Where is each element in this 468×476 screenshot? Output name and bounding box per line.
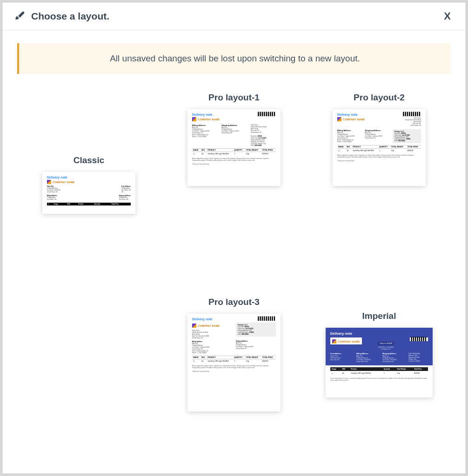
preview-doc-title: Delivery note xyxy=(47,176,131,179)
layout-option-pro2[interactable]: Pro layout-2 Delivery note COMPANY NAME … xyxy=(333,93,426,186)
layout-label: Pro layout-3 xyxy=(208,297,260,307)
preview-table: #ImageSKUProductQuantityTotal Price xyxy=(47,203,131,205)
layout-label: Imperial xyxy=(362,311,396,321)
layout-option-pro3[interactable]: Pro layout-3 Delivery note ▌▌▌▌▌▌▌▌▌ COM… xyxy=(187,297,281,411)
layout-label: Classic xyxy=(74,155,105,165)
barcode-icon: ▌▌▌▌▌▌▌▌▌ xyxy=(258,113,276,121)
preview-table: IMAGESKUPRODUCTQUANTITYTOTAL WEIGHTTOTAL… xyxy=(192,148,276,156)
company-logo-icon xyxy=(337,117,341,121)
layout-grid: Classic Delivery note COMPANY NAME Sales… xyxy=(2,93,466,455)
preview-table: IMAGESKUPRODUCTQUANTITYTOTAL WEIGHTTOTAL… xyxy=(337,145,421,152)
barcode-icon: ▌▌▌▌▌▌▌▌ xyxy=(410,337,428,341)
layout-thumbnail-imperial: Delivery note COMPANY NAME Order no: 102… xyxy=(326,328,433,397)
company-logo-icon xyxy=(192,117,196,121)
layout-option-pro1[interactable]: Pro layout-1 Delivery note COMPANY NAME … xyxy=(187,93,281,186)
company-name: COMPANY NAME xyxy=(53,181,75,184)
layout-label: Pro layout-2 xyxy=(354,93,405,103)
layout-thumbnail-classic: Delivery note COMPANY NAME Sales Rep20 M… xyxy=(42,172,135,214)
close-button[interactable]: X xyxy=(440,8,455,24)
preview-table: IMAGESKUPRODUCTQUANTITYTOTAL WEIGHTTOTAL… xyxy=(192,356,276,363)
layout-label: Pro layout-1 xyxy=(208,93,260,103)
barcode-icon: ▌▌▌▌▌▌▌▌▌ xyxy=(403,113,421,116)
layout-option-imperial[interactable]: Imperial Delivery note COMPANY NAME xyxy=(326,311,433,397)
modal-body: All unsaved changes will be lost upon sw… xyxy=(2,30,466,474)
company-logo-icon xyxy=(192,324,196,328)
layout-thumbnail-pro2: Delivery note COMPANY NAME ▌▌▌▌▌▌▌▌▌ Sal… xyxy=(333,109,426,186)
warning-banner: All unsaved changes will be lost upon sw… xyxy=(17,43,451,74)
brush-icon xyxy=(13,10,26,22)
modal-header: Choose a layout. X xyxy=(2,2,466,30)
layout-picker-modal: Choose a layout. X All unsaved changes w… xyxy=(2,2,466,474)
company-logo-icon xyxy=(332,339,336,344)
barcode-icon: ▌▌▌▌▌▌▌▌▌ xyxy=(258,317,276,321)
layout-thumbnail-pro1: Delivery note COMPANY NAME ▌▌▌▌▌▌▌▌▌ Bil… xyxy=(187,109,281,186)
modal-title: Choose a layout. xyxy=(31,11,109,22)
layout-option-classic[interactable]: Classic Delivery note COMPANY NAME Sales… xyxy=(42,155,135,214)
modal-title-group: Choose a layout. xyxy=(13,10,109,22)
layout-thumbnail-pro3: Delivery note ▌▌▌▌▌▌▌▌▌ COMPANY NAME Sal… xyxy=(187,314,281,411)
company-logo-icon xyxy=(47,180,51,184)
preview-table: ImageSKUProductQuantityTotal WeightTotal… xyxy=(330,367,428,376)
